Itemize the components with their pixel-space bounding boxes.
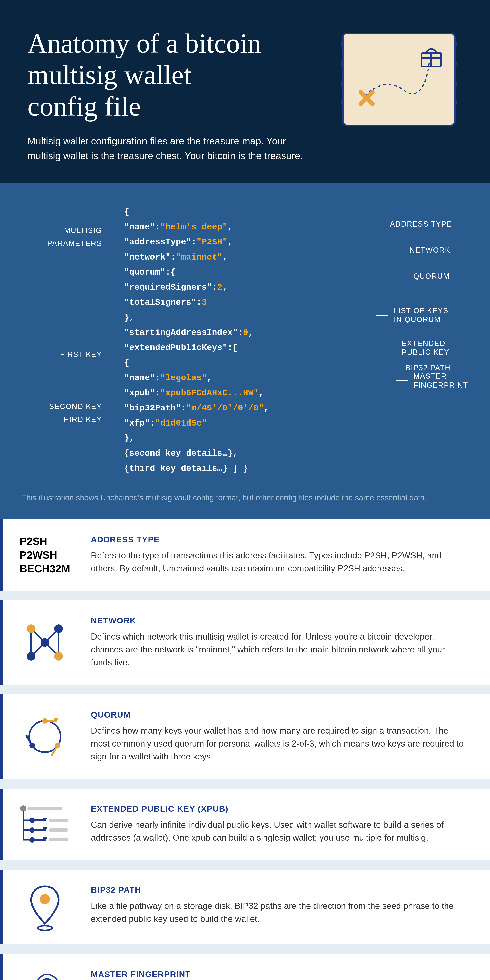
card-title: QUORUM bbox=[91, 710, 466, 719]
card-bip32: BIP32 PATH Like a file pathway on a stor… bbox=[0, 870, 490, 944]
label-address-type: ADDRESS TYPE bbox=[372, 218, 468, 231]
bip32-path-icon bbox=[3, 870, 87, 944]
label-multisig-params: MULTISIG PARAMETERS bbox=[22, 231, 102, 243]
card-fingerprint: MASTER FINGERPRINT A unique identifier f… bbox=[0, 954, 490, 980]
svg-point-14 bbox=[42, 718, 48, 724]
xpub-icon bbox=[3, 789, 87, 860]
definition-cards: P2SH P2WSH BECH32M ADDRESS TYPE Refers t… bbox=[0, 519, 490, 980]
card-text: Defines how many keys your wallet has an… bbox=[91, 724, 466, 763]
label-first-key: FIRST KEY bbox=[22, 348, 102, 361]
quorum-icon bbox=[3, 694, 87, 779]
svg-rect-39 bbox=[46, 837, 47, 839]
address-types-icon: P2SH P2WSH BECH32M bbox=[3, 519, 87, 590]
svg-rect-34 bbox=[43, 827, 45, 829]
card-network: NETWORK Defines which network this multi… bbox=[0, 600, 490, 685]
label-third-key: THIRD KEY bbox=[22, 413, 102, 426]
svg-rect-16 bbox=[54, 718, 56, 720]
svg-point-44 bbox=[38, 926, 52, 931]
card-xpub: EXTENDED PUBLIC KEY (XPUB) Can derive ne… bbox=[0, 789, 490, 860]
label-fingerprint: MASTER FINGERPRINT bbox=[396, 374, 468, 387]
svg-rect-42 bbox=[49, 838, 68, 842]
svg-rect-37 bbox=[35, 839, 46, 841]
svg-rect-30 bbox=[43, 818, 45, 819]
page-subtitle: Multisig wallet configuration files are … bbox=[27, 134, 321, 163]
card-title: ADDRESS TYPE bbox=[91, 535, 466, 544]
svg-point-28 bbox=[29, 818, 35, 823]
svg-point-8 bbox=[27, 624, 35, 633]
svg-point-11 bbox=[54, 652, 63, 660]
svg-rect-23 bbox=[27, 807, 62, 810]
card-title: NETWORK bbox=[91, 616, 466, 625]
card-quorum: QUORUM Defines how many keys your wallet… bbox=[0, 694, 490, 779]
svg-rect-33 bbox=[35, 829, 46, 831]
card-text: Can derive nearly infinite individual pu… bbox=[91, 818, 466, 844]
svg-rect-38 bbox=[43, 837, 45, 839]
fingerprint-icon bbox=[3, 954, 87, 980]
label-xpub: EXTENDED PUBLIC KEY bbox=[384, 341, 468, 355]
page-title: Anatomy of a bitcoin multisig wallet con… bbox=[27, 27, 323, 122]
card-text: Like a file pathway on a storage disk, B… bbox=[91, 899, 466, 925]
header: Anatomy of a bitcoin multisig wallet con… bbox=[0, 0, 490, 183]
svg-point-22 bbox=[20, 805, 27, 811]
card-text: Defines which network this multisig wall… bbox=[91, 630, 466, 669]
card-title: EXTENDED PUBLIC KEY (XPUB) bbox=[91, 804, 466, 814]
svg-point-32 bbox=[29, 827, 35, 833]
svg-rect-0 bbox=[343, 33, 455, 126]
card-address-type: P2SH P2WSH BECH32M ADDRESS TYPE Refers t… bbox=[0, 519, 490, 590]
svg-point-36 bbox=[29, 837, 35, 843]
code-footnote: This illustration shows Unchained's mult… bbox=[22, 492, 468, 504]
network-icon bbox=[3, 600, 87, 685]
label-network: NETWORK bbox=[392, 243, 468, 257]
svg-rect-41 bbox=[49, 829, 68, 832]
svg-rect-35 bbox=[46, 827, 47, 829]
svg-rect-31 bbox=[46, 818, 47, 819]
card-title: MASTER FINGERPRINT bbox=[91, 970, 466, 979]
label-quorum: QUORUM bbox=[396, 270, 468, 283]
svg-point-43 bbox=[40, 894, 50, 904]
label-list-keys: LIST OF KEYS IN QUORUM bbox=[376, 309, 468, 322]
svg-point-9 bbox=[54, 624, 63, 633]
svg-rect-17 bbox=[56, 718, 58, 720]
svg-rect-40 bbox=[49, 819, 68, 822]
svg-rect-15 bbox=[47, 720, 57, 722]
card-title: BIP32 PATH bbox=[91, 885, 466, 895]
treasure-map-icon bbox=[335, 27, 463, 135]
card-text: Refers to the type of transactions this … bbox=[91, 549, 466, 575]
svg-rect-29 bbox=[35, 819, 46, 821]
svg-point-12 bbox=[41, 638, 49, 647]
svg-point-10 bbox=[27, 652, 35, 660]
code-panel: MULTISIG PARAMETERS FIRST KEY SECOND KEY… bbox=[0, 183, 490, 519]
config-json-code: { "name": "helm's deep", "addressType": … bbox=[112, 204, 347, 476]
label-second-key: SECOND KEY bbox=[22, 400, 102, 413]
